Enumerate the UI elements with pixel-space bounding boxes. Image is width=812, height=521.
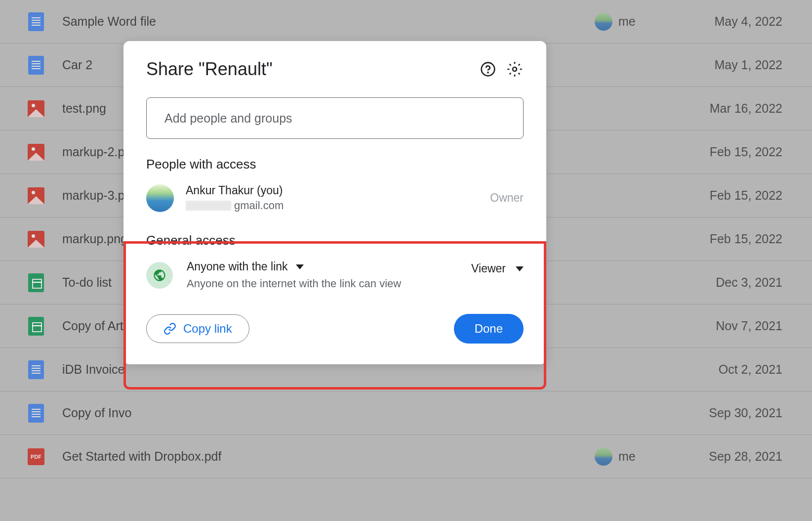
owner-role-label: Owner — [490, 191, 524, 205]
chevron-down-icon — [296, 264, 304, 269]
add-people-input[interactable]: Add people and groups — [146, 97, 524, 139]
person-email: gmail.com — [186, 199, 478, 212]
globe-icon — [146, 262, 173, 289]
general-access-heading: General access — [146, 233, 524, 248]
copy-link-button[interactable]: Copy link — [146, 314, 249, 343]
chevron-down-icon — [516, 266, 524, 271]
person-name: Ankur Thakur (you) — [186, 184, 478, 197]
help-icon[interactable] — [479, 60, 497, 78]
svg-point-2 — [513, 67, 517, 71]
person-row: Ankur Thakur (you) gmail.com Owner — [146, 184, 524, 212]
gear-icon[interactable] — [506, 60, 524, 78]
input-placeholder: Add people and groups — [164, 111, 292, 126]
link-description: Anyone on the internet with the link can… — [187, 277, 457, 290]
svg-point-1 — [487, 72, 488, 73]
done-button[interactable]: Done — [454, 314, 524, 344]
role-dropdown[interactable]: Viewer — [471, 262, 524, 275]
link-scope-dropdown[interactable]: Anyone with the link — [187, 260, 457, 273]
people-access-heading: People with access — [146, 157, 524, 172]
dialog-title: Share "Renault" — [146, 59, 273, 80]
avatar — [146, 184, 174, 212]
share-dialog: Share "Renault" Add people and groups Pe… — [123, 41, 546, 364]
